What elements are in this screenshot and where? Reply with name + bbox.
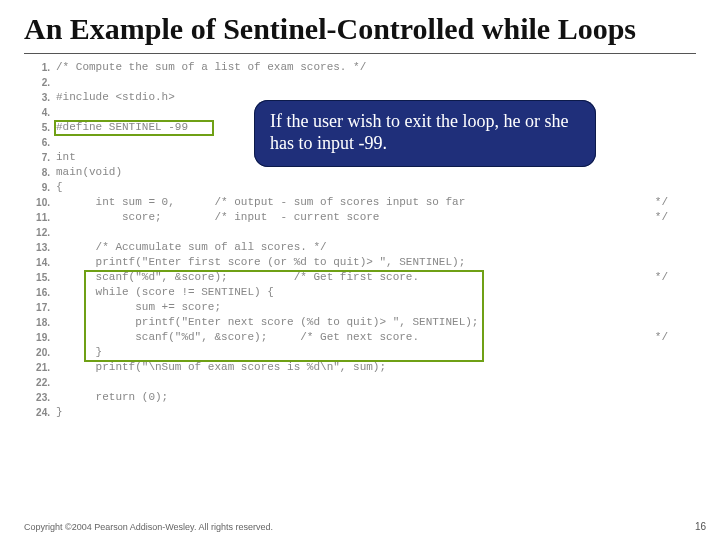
line-number: 20. (24, 345, 50, 360)
line-number: 14. (24, 255, 50, 270)
line-number: 2. (24, 75, 50, 90)
line-number: 9. (24, 180, 50, 195)
line-number: 11. (24, 210, 50, 225)
code-listing: 1.2.3.4.5.6.7.8.9.10.11.12.13.14.15.16.1… (24, 60, 696, 420)
slide-title: An Example of Sentinel-Controlled while … (24, 12, 696, 47)
line-number: 13. (24, 240, 50, 255)
code-line (56, 375, 478, 390)
copyright-footer: Copyright ©2004 Pearson Addison-Wesley. … (24, 522, 273, 532)
line-number: 17. (24, 300, 50, 315)
line-number: 6. (24, 135, 50, 150)
code-line: /* Accumulate sum of all scores. */ (56, 240, 478, 255)
code-line: printf("\nSum of exam scores is %d\n", s… (56, 360, 478, 375)
line-number: 12. (24, 225, 50, 240)
code-line: scanf("%d", &score); /* Get next score. (56, 330, 478, 345)
code-line: { (56, 180, 478, 195)
line-number: 5. (24, 120, 50, 135)
line-number: 1. (24, 60, 50, 75)
line-number: 10. (24, 195, 50, 210)
code-line: /* Compute the sum of a list of exam sco… (56, 60, 478, 75)
comment-close: */ (655, 330, 668, 345)
code-line: main(void) (56, 165, 478, 180)
line-number: 7. (24, 150, 50, 165)
line-number: 4. (24, 105, 50, 120)
code-line: sum += score; (56, 300, 478, 315)
line-number: 23. (24, 390, 50, 405)
line-number: 22. (24, 375, 50, 390)
line-number: 18. (24, 315, 50, 330)
code-line: score; /* input - current score (56, 210, 478, 225)
line-number: 21. (24, 360, 50, 375)
line-number: 19. (24, 330, 50, 345)
comment-close: */ (655, 270, 668, 285)
title-underline (24, 53, 696, 54)
code-line: } (56, 405, 478, 420)
line-number-gutter: 1.2.3.4.5.6.7.8.9.10.11.12.13.14.15.16.1… (24, 60, 56, 420)
callout-box: If the user wish to exit the loop, he or… (254, 100, 596, 167)
code-line: printf("Enter next score (%d to quit)> "… (56, 315, 478, 330)
code-line (56, 225, 478, 240)
comment-close: */ (655, 210, 668, 225)
line-number: 15. (24, 270, 50, 285)
line-number: 16. (24, 285, 50, 300)
code-line (56, 75, 478, 90)
page-number: 16 (695, 521, 706, 532)
code-line: return (0); (56, 390, 478, 405)
line-number: 8. (24, 165, 50, 180)
code-line: scanf("%d", &score); /* Get first score. (56, 270, 478, 285)
callout-text: If the user wish to exit the loop, he or… (270, 111, 568, 154)
code-line: while (score != SENTINEL) { (56, 285, 478, 300)
code-line: } (56, 345, 478, 360)
code-line: printf("Enter first score (or %d to quit… (56, 255, 478, 270)
comment-close: */ (655, 195, 668, 210)
line-number: 24. (24, 405, 50, 420)
code-line: int sum = 0, /* output - sum of scores i… (56, 195, 478, 210)
line-number: 3. (24, 90, 50, 105)
slide: An Example of Sentinel-Controlled while … (0, 0, 720, 540)
